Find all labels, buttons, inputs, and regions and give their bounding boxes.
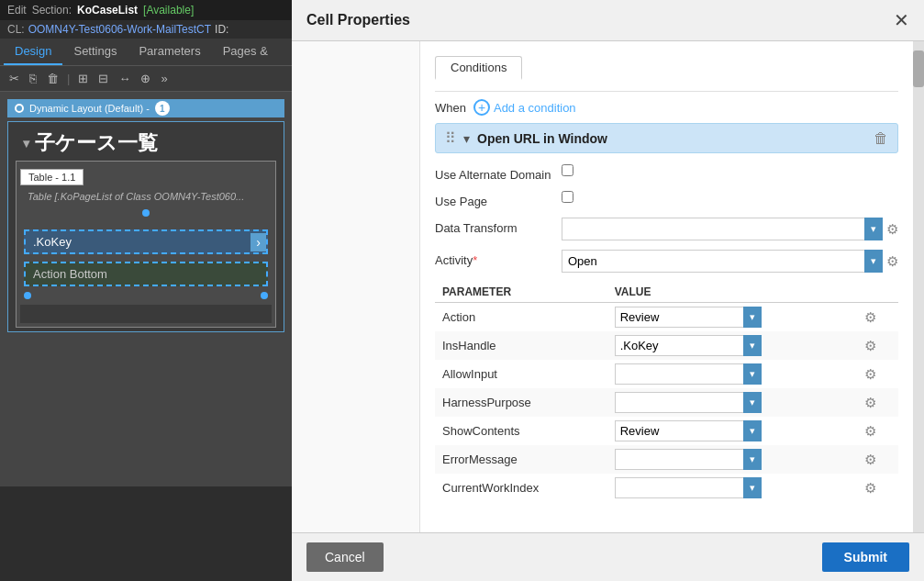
param-value-input[interactable] — [615, 392, 762, 413]
param-name-cell: HarnessPurpose — [435, 388, 607, 417]
modal-left-spacer — [292, 41, 420, 532]
merge-button[interactable]: ⊞ — [74, 70, 92, 87]
data-transform-gear-button[interactable]: ⚙ — [886, 221, 898, 238]
param-input-wrap: ▾ — [615, 420, 762, 441]
data-transform-row: Data Transform ▾ ⚙ — [435, 218, 898, 240]
param-col-header: PARAMETER — [435, 282, 607, 303]
when-row: When + Add a condition — [435, 91, 898, 123]
kokey-arrow-button[interactable]: › — [250, 233, 266, 251]
activity-input[interactable] — [562, 250, 883, 273]
param-down-arrow[interactable]: ▾ — [743, 363, 762, 385]
toolbar-sep1: | — [67, 72, 70, 85]
param-gear-button[interactable]: ⚙ — [864, 423, 876, 440]
use-alternate-domain-row: Use Alternate Domain — [435, 164, 898, 182]
param-value-cell: ▾ — [607, 417, 857, 445]
table-row: ShowContents ▾ ⚙ — [435, 417, 898, 445]
param-gear-button[interactable]: ⚙ — [864, 452, 876, 468]
use-alternate-domain-checkbox[interactable] — [562, 164, 573, 176]
data-transform-input[interactable] — [562, 218, 883, 240]
param-gear-cell: ⚙ — [857, 417, 898, 445]
tabs-bar: Design Settings Parameters Pages & — [0, 39, 292, 66]
drag-handle-icon[interactable]: ⠿ — [445, 129, 456, 147]
id-label: ID: — [215, 23, 228, 36]
param-value-input[interactable] — [615, 363, 762, 385]
param-input-wrap: ▾ — [615, 477, 762, 498]
action-name: Open URL in Window — [477, 131, 866, 146]
param-value-input[interactable] — [615, 420, 762, 441]
tab-parameters[interactable]: Parameters — [128, 39, 211, 65]
activity-dropdown-arrow[interactable]: ▾ — [864, 250, 883, 273]
tab-settings[interactable]: Settings — [62, 39, 128, 65]
modal-body: Conditions When + Add a condition ⠿ ▾ Op… — [292, 41, 924, 532]
add-button[interactable]: ⊕ — [137, 70, 154, 87]
section-container: ▾ 子ケース一覧 Table - 1.1 Table [.KoPageList … — [7, 121, 284, 332]
delete-action-button[interactable]: 🗑 — [874, 130, 888, 147]
table-label: Table - 1.1 — [20, 169, 83, 185]
add-condition-text: Add a condition — [494, 101, 576, 115]
param-value-cell: ▾ — [607, 303, 857, 332]
submit-button[interactable]: Submit — [822, 542, 909, 572]
param-value-cell: ▾ — [607, 474, 857, 502]
delete-tool-button[interactable]: 🗑 — [43, 70, 62, 87]
param-gear-button[interactable]: ⚙ — [864, 395, 876, 411]
param-down-arrow[interactable]: ▾ — [743, 449, 762, 470]
param-gear-button[interactable]: ⚙ — [864, 480, 876, 497]
close-button[interactable]: ✕ — [894, 9, 909, 31]
modal-scrollbar[interactable] — [913, 41, 924, 532]
value-col-header: VALUE — [607, 282, 857, 303]
chevron-down-icon[interactable]: ▾ — [463, 131, 470, 146]
cl-value: OOMN4Y-Test0606-Work-MailTestCT — [28, 23, 211, 36]
param-down-arrow[interactable]: ▾ — [743, 392, 762, 413]
param-down-arrow[interactable]: ▾ — [743, 307, 762, 328]
param-value-cell: ▾ — [607, 331, 857, 360]
action-bottom-cell[interactable]: Action Bottom — [24, 262, 268, 286]
kokey-cell[interactable]: .KoKey › — [24, 229, 268, 254]
param-name-cell: ShowContents — [435, 417, 607, 445]
kokey-text: .KoKey — [26, 231, 250, 252]
param-gear-button[interactable]: ⚙ — [864, 309, 876, 326]
param-name-cell: Action — [435, 303, 607, 332]
top-bar: Edit Section: KoCaseList [Available] — [0, 0, 292, 20]
use-page-label: Use Page — [435, 191, 554, 208]
cut-button[interactable]: ✂ — [6, 70, 23, 87]
cancel-button[interactable]: Cancel — [306, 542, 384, 572]
activity-input-wrap: ▾ ⚙ — [562, 250, 898, 273]
param-input-wrap: ▾ — [615, 449, 762, 470]
param-value-input[interactable] — [615, 307, 762, 328]
param-value-cell: ▾ — [607, 445, 857, 474]
more-button[interactable]: » — [157, 70, 171, 87]
tab-pages[interactable]: Pages & — [212, 39, 279, 65]
param-gear-button[interactable]: ⚙ — [864, 338, 876, 354]
param-gear-button[interactable]: ⚙ — [864, 366, 876, 383]
table-row: AllowInput ▾ ⚙ — [435, 360, 898, 388]
param-gear-cell: ⚙ — [857, 388, 898, 417]
parameters-table: PARAMETER VALUE Action ▾ ⚙ InsHandle — [435, 282, 898, 502]
data-transform-dropdown-arrow[interactable]: ▾ — [864, 218, 883, 240]
activity-label: Activity* — [435, 250, 554, 267]
tab-design[interactable]: Design — [4, 39, 62, 65]
expand-button[interactable]: ↔ — [115, 70, 134, 87]
dot-handle-top — [20, 204, 272, 222]
activity-field-wrap: ▾ — [562, 250, 883, 273]
param-down-arrow[interactable]: ▾ — [743, 477, 762, 498]
activity-gear-button[interactable]: ⚙ — [886, 253, 898, 270]
table-row: ErrorMessage ▾ ⚙ — [435, 445, 898, 474]
param-down-arrow[interactable]: ▾ — [743, 420, 762, 441]
param-input-wrap: ▾ — [615, 335, 762, 356]
add-condition-link[interactable]: + Add a condition — [473, 99, 576, 116]
param-gear-cell: ⚙ — [857, 474, 898, 502]
copy-button[interactable]: ⎘ — [26, 70, 40, 87]
param-down-arrow[interactable]: ▾ — [743, 335, 762, 356]
table-row: HarnessPurpose ▾ ⚙ — [435, 388, 898, 417]
action-bottom-text: Action Bottom — [33, 267, 107, 281]
left-panel: Edit Section: KoCaseList [Available] CL:… — [0, 0, 292, 581]
use-page-checkbox[interactable] — [562, 191, 573, 203]
data-transform-field-wrap: ▾ — [562, 218, 883, 240]
param-value-input[interactable] — [615, 335, 762, 356]
table-row: CurrentWorkIndex ▾ ⚙ — [435, 474, 898, 502]
param-value-input[interactable] — [615, 449, 762, 470]
split-button[interactable]: ⊟ — [95, 70, 112, 87]
param-value-input[interactable] — [615, 477, 762, 498]
conditions-tab[interactable]: Conditions — [435, 56, 522, 80]
param-name-cell: CurrentWorkIndex — [435, 474, 607, 502]
